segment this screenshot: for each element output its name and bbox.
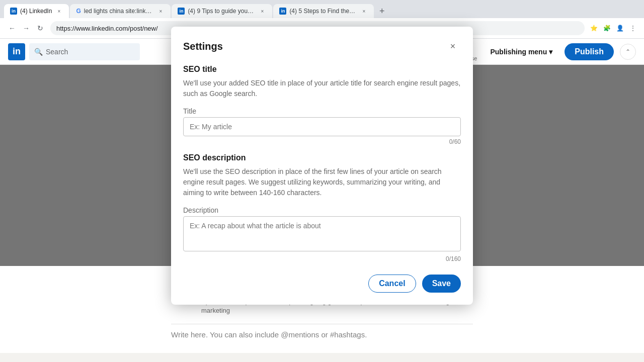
bookmark-icon[interactable]: ⭐ bbox=[589, 23, 599, 33]
chevron-down-icon: ▾ bbox=[549, 48, 552, 56]
settings-modal: Settings × SEO title We'll use your adde… bbox=[171, 27, 473, 305]
desc-char-count: 0/160 bbox=[183, 255, 461, 262]
publishing-menu[interactable]: Publishing menu ▾ bbox=[486, 39, 556, 65]
tab-li-3[interactable]: in (4) 5 Steps to Find the Best LE... × bbox=[273, 4, 374, 18]
browser-icons: ⭐ 🧩 👤 ⋮ bbox=[589, 23, 638, 33]
tab-linkedin[interactable]: in (4) LinkedIn × bbox=[4, 4, 69, 18]
menu-icon[interactable]: ⋮ bbox=[628, 23, 638, 33]
seo-title-heading: SEO title bbox=[183, 65, 461, 74]
page-background: 百签成才网 zx-cc.net Settings × SEO title We'… bbox=[0, 65, 644, 266]
desc-field-label: Description bbox=[183, 206, 461, 214]
nav-buttons: ← → ↻ bbox=[6, 22, 46, 34]
publish-button[interactable]: Publish bbox=[565, 43, 614, 60]
modal-header: Settings × bbox=[183, 39, 461, 55]
refresh-button[interactable]: ↻ bbox=[34, 22, 46, 34]
modal-close-button[interactable]: × bbox=[445, 39, 461, 55]
tab-close-3[interactable]: × bbox=[258, 7, 266, 15]
tab-li-2[interactable]: in (4) 9 Tips to guide you to imp... × bbox=[172, 4, 272, 18]
search-bar[interactable]: 🔍 Search bbox=[29, 43, 140, 60]
chevron-up-icon: ⌃ bbox=[625, 48, 630, 55]
modal-title: Settings bbox=[183, 41, 223, 52]
seo-desc-heading: SEO description bbox=[183, 153, 461, 162]
linkedin-logo[interactable]: in bbox=[8, 43, 25, 60]
modal-footer: Cancel Save bbox=[183, 275, 461, 293]
tab-bar: in (4) LinkedIn × G led lights china sit… bbox=[0, 0, 644, 18]
modal-overlay: Settings × SEO title We'll use your adde… bbox=[0, 65, 644, 266]
seo-title-description: We'll use your added SEO title in place … bbox=[183, 78, 461, 99]
tab-close-2[interactable]: × bbox=[156, 7, 165, 15]
seo-title-input[interactable] bbox=[183, 117, 461, 136]
seo-title-section: SEO title We'll use your added SEO title… bbox=[183, 65, 461, 145]
search-icon: 🔍 bbox=[34, 48, 43, 56]
write-area[interactable]: Write here. You can also include @mentio… bbox=[171, 324, 473, 345]
seo-description-section: SEO description We'll use the SEO descri… bbox=[183, 153, 461, 262]
seo-desc-description: We'll use the SEO description in place o… bbox=[183, 166, 461, 198]
new-tab-button[interactable]: + bbox=[375, 4, 389, 18]
cancel-button[interactable]: Cancel bbox=[368, 275, 416, 293]
account-icon[interactable]: 👤 bbox=[615, 23, 625, 33]
title-field-label: Title bbox=[183, 107, 461, 115]
forward-button[interactable]: → bbox=[20, 22, 32, 34]
back-button[interactable]: ← bbox=[6, 22, 18, 34]
tab-google[interactable]: G led lights china site:linkedin.c... × bbox=[70, 4, 171, 18]
collapse-button[interactable]: ⌃ bbox=[620, 44, 636, 60]
title-char-count: 0/60 bbox=[183, 138, 461, 145]
extensions-icon[interactable]: 🧩 bbox=[602, 23, 612, 33]
save-button[interactable]: Save bbox=[422, 275, 461, 293]
seo-description-input[interactable] bbox=[183, 216, 461, 251]
tab-close-4[interactable]: × bbox=[360, 7, 368, 15]
tab-close-1[interactable]: × bbox=[55, 7, 63, 15]
